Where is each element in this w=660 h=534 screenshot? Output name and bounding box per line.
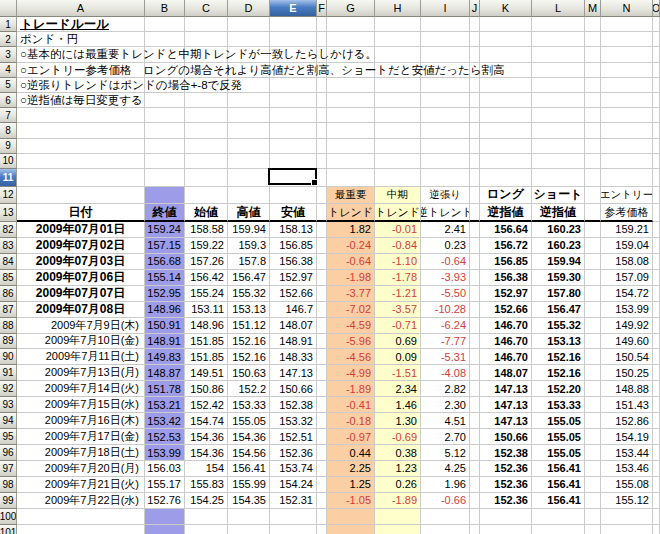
cell-I86[interactable]: -5.50 — [421, 286, 470, 302]
cell-B11[interactable] — [145, 169, 185, 187]
cell-J8[interactable] — [470, 123, 480, 138]
row-header-101[interactable]: 101 — [0, 525, 17, 534]
cell-G93[interactable]: -0.41 — [327, 397, 375, 413]
cell-C83[interactable]: 159.22 — [185, 238, 228, 254]
cell-B6[interactable] — [145, 93, 185, 108]
cell-O7[interactable] — [653, 108, 660, 123]
cell-M101[interactable] — [585, 525, 601, 534]
cell-D99[interactable]: 154.35 — [228, 493, 270, 509]
date-cell-92[interactable]: 2009年7月14日(火) — [17, 381, 145, 397]
cell-B88[interactable]: 150.91 — [145, 318, 185, 334]
col-header-N[interactable]: N — [601, 0, 653, 17]
cell-A8[interactable] — [17, 123, 145, 138]
cell-I3[interactable] — [421, 47, 470, 62]
cell-K11[interactable] — [480, 169, 532, 187]
cell-I84[interactable]: -0.64 — [421, 254, 470, 270]
select-all-corner[interactable] — [0, 0, 17, 17]
table-header-M13[interactable] — [585, 204, 601, 222]
cell-F92[interactable] — [317, 381, 327, 397]
date-cell-90[interactable]: 2009年7月11日(土) — [17, 349, 145, 365]
cell-C84[interactable]: 157.26 — [185, 254, 228, 270]
cell-C99[interactable]: 154.25 — [185, 493, 228, 509]
col-header-L[interactable]: L — [532, 0, 585, 17]
cell-M99[interactable] — [585, 493, 601, 509]
cell-O96[interactable] — [653, 445, 660, 461]
cell-G98[interactable]: 1.25 — [327, 477, 375, 493]
cell-B8[interactable] — [145, 123, 185, 138]
cell-N5[interactable] — [601, 78, 653, 93]
cell-G84[interactable]: -0.64 — [327, 254, 375, 270]
cell-L97[interactable]: 156.41 — [532, 461, 585, 477]
cell-E87[interactable]: 146.7 — [270, 302, 317, 318]
cell-J91[interactable] — [470, 365, 480, 381]
cell-K84[interactable]: 156.85 — [480, 254, 532, 270]
cell-C9[interactable] — [185, 139, 228, 154]
cell-C101[interactable] — [185, 525, 228, 534]
table-header-C13[interactable]: 始値 — [185, 204, 228, 222]
cell-F94[interactable] — [317, 413, 327, 429]
cell-F95[interactable] — [317, 429, 327, 445]
cell-L2[interactable] — [532, 32, 585, 47]
cell-L87[interactable]: 156.47 — [532, 302, 585, 318]
row-header-88[interactable]: 88 — [0, 318, 17, 334]
cell-N96[interactable]: 153.44 — [601, 445, 653, 461]
cell-H6[interactable] — [375, 93, 421, 108]
cell-E8[interactable] — [270, 123, 317, 138]
table-header-F12[interactable] — [317, 187, 327, 205]
cell-H3[interactable] — [375, 47, 421, 62]
date-cell-101[interactable] — [17, 525, 145, 534]
cell-E100[interactable] — [270, 509, 317, 525]
date-cell-97[interactable]: 2009年7月20日(月) — [17, 461, 145, 477]
col-header-I[interactable]: I — [421, 0, 470, 17]
cell-G85[interactable]: -1.98 — [327, 270, 375, 286]
cell-D98[interactable]: 155.99 — [228, 477, 270, 493]
cell-B2[interactable] — [145, 32, 185, 47]
cell-J85[interactable] — [470, 270, 480, 286]
cell-D11[interactable] — [228, 169, 270, 187]
cell-I97[interactable]: 4.25 — [421, 461, 470, 477]
table-header-A13[interactable]: 日付 — [17, 204, 145, 222]
cell-F96[interactable] — [317, 445, 327, 461]
row-header-12[interactable]: 12 — [0, 187, 17, 205]
cell-L82[interactable]: 160.23 — [532, 222, 585, 238]
cell-H10[interactable] — [375, 154, 421, 169]
cell-O4[interactable] — [653, 63, 660, 78]
cell-O5[interactable] — [653, 78, 660, 93]
cell-E82[interactable]: 158.13 — [270, 222, 317, 238]
cell-O92[interactable] — [653, 381, 660, 397]
cell-I1[interactable] — [421, 17, 470, 32]
cell-C91[interactable]: 149.51 — [185, 365, 228, 381]
cell-F100[interactable] — [317, 509, 327, 525]
cell-J6[interactable] — [470, 93, 480, 108]
cell-D89[interactable]: 152.16 — [228, 334, 270, 350]
cell-J87[interactable] — [470, 302, 480, 318]
cell-I82[interactable]: 2.41 — [421, 222, 470, 238]
cell-M89[interactable] — [585, 334, 601, 350]
cell-G91[interactable]: -4.99 — [327, 365, 375, 381]
cell-K87[interactable]: 152.66 — [480, 302, 532, 318]
cell-E6[interactable] — [270, 93, 317, 108]
cell-D1[interactable] — [228, 17, 270, 32]
cell-L8[interactable] — [532, 123, 585, 138]
cell-L3[interactable] — [532, 47, 585, 62]
cell-G88[interactable]: -4.59 — [327, 318, 375, 334]
table-header-I12[interactable]: 逆張り — [421, 187, 470, 205]
cell-F11[interactable] — [317, 169, 327, 187]
cell-C89[interactable]: 151.85 — [185, 334, 228, 350]
cell-I91[interactable]: -4.08 — [421, 365, 470, 381]
cell-O91[interactable] — [653, 365, 660, 381]
cell-O93[interactable] — [653, 397, 660, 413]
cell-H1[interactable] — [375, 17, 421, 32]
cell-J90[interactable] — [470, 349, 480, 365]
cell-B10[interactable] — [145, 154, 185, 169]
cell-B91[interactable]: 148.87 — [145, 365, 185, 381]
cell-L5[interactable] — [532, 78, 585, 93]
cell-I93[interactable]: 2.30 — [421, 397, 470, 413]
cell-N93[interactable]: 151.43 — [601, 397, 653, 413]
cell-C94[interactable]: 154.74 — [185, 413, 228, 429]
cell-B83[interactable]: 157.15 — [145, 238, 185, 254]
cell-J1[interactable] — [470, 17, 480, 32]
date-cell-87[interactable]: 2009年07月08日 — [17, 302, 145, 318]
cell-N100[interactable] — [601, 509, 653, 525]
cell-D87[interactable]: 153.13 — [228, 302, 270, 318]
